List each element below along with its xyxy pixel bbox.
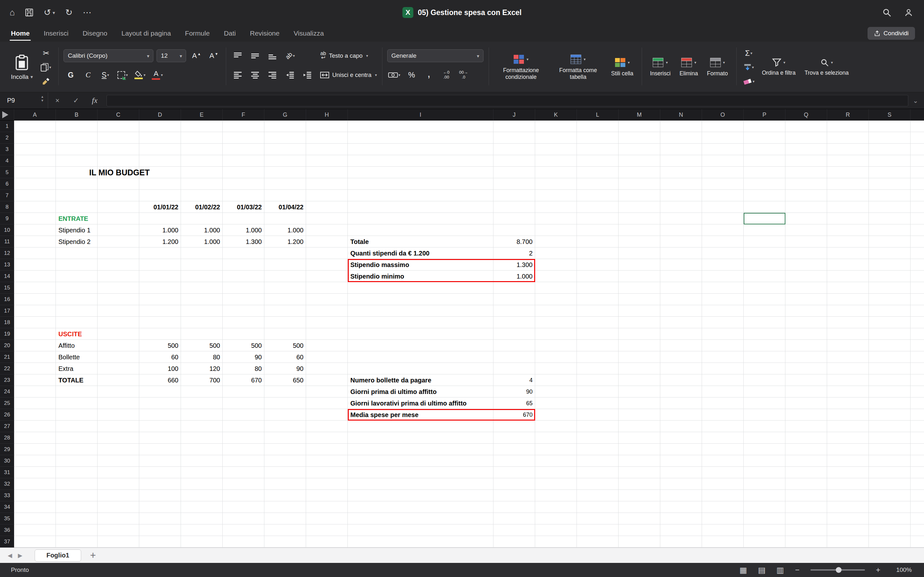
page-layout-view-icon[interactable]: ▤: [758, 566, 766, 574]
ribbon-tab-revisione[interactable]: Revisione: [243, 25, 286, 42]
row-header-26[interactable]: 26: [0, 409, 14, 421]
cell-D22[interactable]: 100: [139, 363, 181, 374]
row-header-10[interactable]: 10: [0, 224, 14, 236]
more-commands-icon[interactable]: ⋯: [83, 8, 91, 17]
cell-E10[interactable]: 1.000: [181, 224, 223, 236]
row-header-2[interactable]: 2: [0, 132, 14, 143]
row-header-24[interactable]: 24: [0, 386, 14, 398]
ribbon-tab-dati[interactable]: Dati: [217, 25, 243, 42]
borders-button[interactable]: ▾: [115, 68, 129, 82]
merge-center-button[interactable]: Unisci e centra ▾: [320, 68, 376, 82]
formula-input[interactable]: [107, 95, 908, 106]
column-header-D[interactable]: D: [139, 109, 181, 121]
row-header-9[interactable]: 9: [0, 213, 14, 224]
row-header-36[interactable]: 36: [0, 524, 14, 536]
cell-G20[interactable]: 500: [264, 340, 306, 351]
cell-F20[interactable]: 500: [223, 340, 264, 351]
page-break-view-icon[interactable]: ▥: [776, 566, 784, 574]
comma-format-button[interactable]: ,: [422, 68, 436, 82]
format-painter-button[interactable]: [39, 75, 53, 88]
ribbon-tab-home[interactable]: Home: [4, 25, 37, 42]
find-select-button[interactable]: ▾ Trova e seleziona: [801, 46, 852, 89]
cell-I26[interactable]: Media spese per mese: [348, 409, 421, 421]
currency-format-button[interactable]: ▾: [387, 68, 401, 82]
cell-I12[interactable]: Quanti stipendi da € 1.200: [348, 247, 432, 259]
format-as-table-button[interactable]: ▾ Formatta come tabella: [551, 46, 606, 89]
bold-button[interactable]: G: [63, 68, 78, 82]
prev-sheet-icon[interactable]: ◀: [8, 552, 12, 559]
cell-G11[interactable]: 1.200: [264, 236, 306, 247]
cell-E11[interactable]: 1.000: [181, 236, 223, 247]
cell-D10[interactable]: 1.000: [139, 224, 181, 236]
grid[interactable]: IL MIO BUDGET01/01/2201/02/2201/03/2201/…: [14, 121, 924, 548]
cell-G8[interactable]: 01/04/22: [264, 201, 306, 213]
row-header-32[interactable]: 32: [0, 478, 14, 490]
cell-G22[interactable]: 90: [264, 363, 306, 374]
row-header-16[interactable]: 16: [0, 293, 14, 305]
wrap-text-button[interactable]: ab↩ Testo a capo ▾: [320, 49, 368, 63]
cell-G23[interactable]: 650: [264, 374, 306, 386]
row-header-27[interactable]: 27: [0, 421, 14, 432]
font-color-button[interactable]: A ▾: [150, 68, 164, 82]
row-header-8[interactable]: 8: [0, 201, 14, 213]
redo-icon[interactable]: ↻: [65, 8, 73, 17]
row-header-31[interactable]: 31: [0, 467, 14, 478]
cell-G10[interactable]: 1.000: [264, 224, 306, 236]
sort-filter-button[interactable]: ▾ Ordina e filtra: [759, 46, 799, 89]
delete-cells-button[interactable]: ▾ Elimina: [676, 46, 701, 89]
cell-I25[interactable]: Giorni lavorativi prima di ultimo affitt…: [348, 398, 469, 409]
column-header-Q[interactable]: Q: [785, 109, 827, 121]
cell-styles-button[interactable]: ▾ Stili cella: [608, 46, 636, 89]
select-all-corner[interactable]: [0, 109, 14, 121]
cell-J25[interactable]: 65: [493, 398, 535, 409]
row-header-6[interactable]: 6: [0, 178, 14, 190]
clear-button[interactable]: ▾: [741, 75, 756, 88]
row-header-17[interactable]: 17: [0, 305, 14, 317]
insert-cells-button[interactable]: ▾ Inserisci: [647, 46, 674, 89]
cell-G21[interactable]: 60: [264, 351, 306, 363]
cell-E20[interactable]: 500: [181, 340, 223, 351]
decrease-indent-button[interactable]: [283, 68, 297, 82]
row-header-11[interactable]: 11: [0, 236, 14, 247]
row-header-14[interactable]: 14: [0, 271, 14, 282]
cancel-formula-button[interactable]: ×: [48, 97, 67, 105]
cell-J13[interactable]: 1.300: [493, 259, 535, 271]
insert-function-button[interactable]: fx: [86, 96, 104, 105]
copy-button[interactable]: ▾: [39, 61, 53, 74]
fill-button[interactable]: ▾: [741, 61, 756, 74]
ribbon-tab-disegno[interactable]: Disegno: [75, 25, 114, 42]
column-header-L[interactable]: L: [577, 109, 619, 121]
row-header-4[interactable]: 4: [0, 155, 14, 167]
cell-J26[interactable]: 670: [493, 409, 535, 421]
font-name-select[interactable]: Calibri (Corpo) ▾: [63, 49, 153, 62]
cell-I23[interactable]: Numero bollette da pagare: [348, 374, 434, 386]
row-header-15[interactable]: 15: [0, 282, 14, 293]
cell-D21[interactable]: 60: [139, 351, 181, 363]
column-header-B[interactable]: B: [56, 109, 97, 121]
confirm-formula-button[interactable]: ✓: [67, 97, 86, 105]
cell-J24[interactable]: 90: [493, 386, 535, 398]
row-header-13[interactable]: 13: [0, 259, 14, 271]
share-button[interactable]: Condividi: [867, 27, 915, 40]
undo-button[interactable]: ↺ ▾: [44, 8, 55, 17]
row-header-3[interactable]: 3: [0, 143, 14, 155]
ribbon-tab-formule[interactable]: Formule: [178, 25, 217, 42]
sheet-tab-foglio1[interactable]: Foglio1: [35, 550, 81, 562]
account-icon[interactable]: [904, 8, 913, 17]
cell-B10[interactable]: Stipendio 1: [56, 224, 93, 236]
align-left-button[interactable]: [231, 68, 245, 82]
column-header-N[interactable]: N: [660, 109, 702, 121]
align-middle-button[interactable]: [248, 49, 262, 63]
cell-E8[interactable]: 01/02/22: [181, 201, 223, 213]
home-icon[interactable]: ⌂: [10, 8, 15, 17]
align-center-button[interactable]: [248, 68, 262, 82]
ribbon-tab-inserisci[interactable]: Inserisci: [37, 25, 75, 42]
column-header-H[interactable]: H: [306, 109, 348, 121]
cell-B11[interactable]: Stipendio 2: [56, 236, 93, 247]
name-box-stepper[interactable]: ▲▼: [41, 95, 44, 102]
column-header-E[interactable]: E: [181, 109, 223, 121]
row-header-29[interactable]: 29: [0, 444, 14, 455]
font-size-select[interactable]: 12 ▾: [157, 49, 186, 62]
increase-decimal-button[interactable]: ←0.00: [439, 68, 453, 82]
row-header-7[interactable]: 7: [0, 190, 14, 201]
